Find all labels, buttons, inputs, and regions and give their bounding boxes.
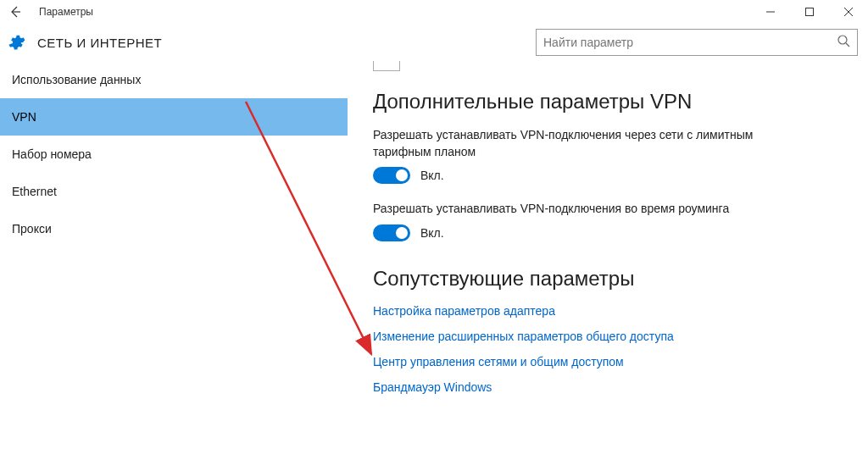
add-vpn-button-partial[interactable] xyxy=(373,61,400,71)
maximize-button[interactable] xyxy=(790,0,829,24)
search-box[interactable] xyxy=(536,29,858,56)
svg-point-4 xyxy=(838,36,847,44)
toggle-metered[interactable] xyxy=(373,167,410,184)
main-panel: Дополнительные параметры VPN Разрешать у… xyxy=(348,61,868,471)
search-icon xyxy=(837,34,850,51)
sidebar-item-ethernet[interactable]: Ethernet xyxy=(0,173,348,210)
toggle-metered-state: Вкл. xyxy=(420,169,444,182)
sidebar-item-label: VPN xyxy=(12,110,36,124)
page-title: СЕТЬ И ИНТЕРНЕТ xyxy=(37,36,162,50)
svg-line-5 xyxy=(846,43,849,47)
link-network-center[interactable]: Центр управления сетями и общим доступом xyxy=(373,355,851,368)
window-title: Параметры xyxy=(39,6,93,18)
svg-rect-1 xyxy=(806,8,814,16)
minimize-button[interactable] xyxy=(751,0,790,24)
sidebar-item-label: Использование данных xyxy=(12,73,141,86)
setting-roaming-desc: Разрешать устанавливать VPN-подключения … xyxy=(373,201,814,218)
link-firewall[interactable]: Брандмауэр Windows xyxy=(373,380,851,394)
sidebar-item-label: Прокси xyxy=(12,222,52,236)
toggle-roaming[interactable] xyxy=(373,224,410,241)
section-title-advanced: Дополнительные параметры VPN xyxy=(373,90,851,114)
sidebar-item-dialup[interactable]: Набор номера xyxy=(0,136,348,173)
sidebar: Использование данных VPN Набор номера Et… xyxy=(0,61,348,471)
setting-metered-desc: Разрешать устанавливать VPN-подключения … xyxy=(373,127,814,160)
toggle-roaming-state: Вкл. xyxy=(420,226,444,240)
sidebar-item-label: Ethernet xyxy=(12,185,57,198)
sidebar-item-label: Набор номера xyxy=(12,147,92,161)
section-title-related: Сопутствующие параметры xyxy=(373,267,851,291)
sidebar-item-proxy[interactable]: Прокси xyxy=(0,210,348,247)
gear-icon xyxy=(7,33,25,52)
sidebar-item-vpn[interactable]: VPN xyxy=(0,98,348,136)
link-adapter-settings[interactable]: Настройка параметров адаптера xyxy=(373,304,851,318)
link-advanced-sharing[interactable]: Изменение расширенных параметров общего … xyxy=(373,330,851,343)
search-input[interactable] xyxy=(543,36,832,49)
back-button[interactable] xyxy=(7,3,24,20)
sidebar-item-data-usage[interactable]: Использование данных xyxy=(0,61,348,98)
close-button[interactable] xyxy=(829,0,868,24)
